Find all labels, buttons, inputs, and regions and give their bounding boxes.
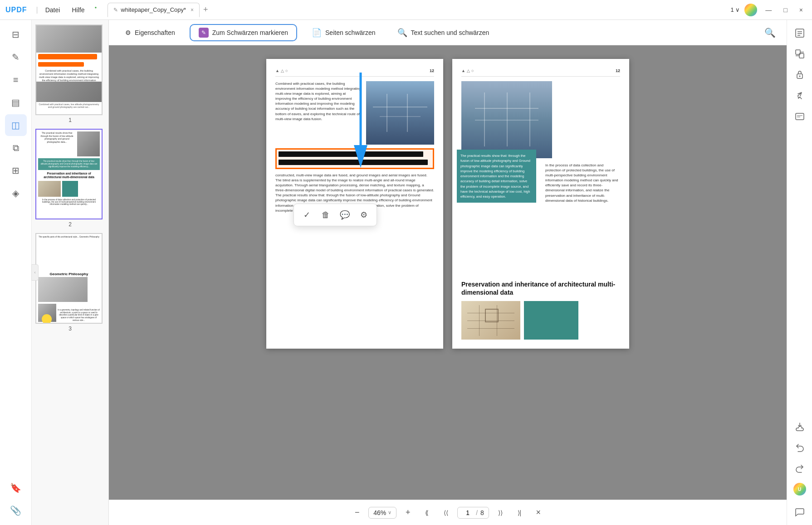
page-heading: Preservation and inheritance of architec… bbox=[461, 280, 620, 297]
properties-btn[interactable]: ⚙ Eigenschaften bbox=[118, 25, 182, 40]
menu-hilfe[interactable]: Hilfe bbox=[70, 5, 86, 15]
sidebar-icon-document-view[interactable]: ⊟ bbox=[5, 24, 27, 45]
mark-redact-icon: ✎ bbox=[199, 28, 209, 38]
minimize-btn[interactable]: — bbox=[762, 5, 775, 15]
svg-rect-2 bbox=[796, 29, 804, 37]
sidebar-icon-bookmark[interactable]: 🔖 bbox=[5, 477, 27, 499]
comment-icon: 💬 bbox=[340, 210, 350, 220]
building-image bbox=[366, 81, 434, 145]
maximize-btn[interactable]: □ bbox=[780, 5, 791, 15]
float-trash-btn[interactable]: 🗑 bbox=[318, 207, 334, 223]
left-sidebar: ⊟ ✎ ≡ ▤ ◫ ⧉ ⊞ ◈ 🔖 📎 ‹ bbox=[0, 20, 32, 525]
thumbnail-label-1: 1 bbox=[35, 117, 105, 123]
thumbnail-1[interactable]: Combined with practical cases, the build… bbox=[35, 24, 105, 123]
zoom-dropdown-icon: ∨ bbox=[388, 510, 391, 515]
zoom-level: 46% bbox=[373, 509, 386, 516]
right-icon-redo[interactable] bbox=[790, 459, 809, 478]
search-redact-icon: 🔍 bbox=[397, 28, 407, 38]
thumbnail-label-3: 3 bbox=[35, 326, 105, 332]
properties-label: Eigenschaften bbox=[135, 29, 175, 36]
search-redact-btn[interactable]: 🔍 Text suchen und schwärzen bbox=[390, 24, 497, 41]
right-icon-convert[interactable] bbox=[790, 44, 809, 63]
thumbnail-img-2: The practical results show that through … bbox=[35, 129, 103, 219]
thumbnail-3[interactable]: The specific parts of this architectural… bbox=[35, 233, 105, 332]
right-icon-brand[interactable]: U bbox=[790, 480, 809, 499]
redact-pages-label: Seiten schwärzen bbox=[325, 29, 376, 36]
sidebar-icon-redact[interactable]: ◫ bbox=[5, 114, 27, 136]
nav-prev-btn[interactable]: ⟨⟨ bbox=[438, 505, 454, 520]
nav-next-btn[interactable]: ⟩⟩ bbox=[493, 505, 508, 520]
thumbnail-label-2: 2 bbox=[35, 221, 105, 228]
right-icon-protect[interactable] bbox=[790, 65, 809, 84]
right-col-text: In the process of data collection and pr… bbox=[545, 163, 620, 204]
settings-icon: ⚙ bbox=[360, 210, 367, 220]
float-settings-btn[interactable]: ⚙ bbox=[356, 207, 372, 223]
page-sep: / bbox=[476, 509, 478, 516]
teal-bottom-rect bbox=[524, 301, 578, 340]
sidebar-icon-attach[interactable]: 📎 bbox=[5, 500, 27, 521]
top-toolbar: ⚙ Eigenschaften ✎ Zum Schwärzen markiere… bbox=[109, 20, 787, 45]
page-header-right: ▲△○ 12 bbox=[461, 68, 620, 77]
active-tab[interactable]: ✎ whitepaper_Copy_Copy* × bbox=[108, 3, 200, 17]
right-page-image bbox=[461, 81, 552, 158]
title-sep: | bbox=[36, 6, 38, 14]
trash-icon: 🗑 bbox=[322, 210, 330, 220]
menu-datei[interactable]: Datei bbox=[44, 5, 62, 15]
redact-bar-1 bbox=[279, 151, 423, 157]
main-layout: ⊟ ✎ ≡ ▤ ◫ ⧉ ⊞ ◈ 🔖 📎 ‹ Combined with prac… bbox=[0, 20, 812, 525]
mark-redact-label: Zum Schwärzen markieren bbox=[212, 29, 288, 36]
page-header-left: ▲△○ 12 bbox=[275, 68, 434, 77]
tab-close-btn[interactable]: × bbox=[191, 7, 194, 13]
properties-icon: ⚙ bbox=[125, 29, 131, 36]
mark-redact-btn[interactable]: ✎ Zum Schwärzen markieren bbox=[190, 24, 297, 41]
zoom-display[interactable]: 46% ∨ bbox=[368, 507, 396, 519]
thumbnail-img-3: The specific parts of this architectural… bbox=[35, 233, 103, 324]
sidebar-icon-ocr[interactable]: ⧉ bbox=[5, 137, 27, 159]
svg-rect-12 bbox=[796, 113, 804, 120]
right-icon-share[interactable] bbox=[790, 86, 809, 105]
thumbnail-panel: Combined with practical cases, the build… bbox=[32, 20, 109, 525]
nav-last-btn[interactable]: ⟩| bbox=[512, 505, 527, 520]
page-icons-left: ▲△○ bbox=[275, 68, 288, 74]
sidebar-icon-copy-page[interactable]: ⊞ bbox=[5, 160, 27, 181]
blueprint-image bbox=[461, 301, 520, 340]
right-icon-sign[interactable] bbox=[790, 107, 809, 126]
search-redact-label: Text suchen und schwärzen bbox=[411, 29, 489, 36]
page-nav-indicator[interactable]: 1 ∨ bbox=[731, 6, 740, 13]
right-sidebar: U bbox=[787, 20, 812, 525]
close-nav-btn[interactable]: × bbox=[531, 505, 546, 520]
sidebar-icon-layers[interactable]: ◈ bbox=[5, 182, 27, 204]
tab-bar: ✎ whitepaper_Copy_Copy* × + bbox=[108, 3, 727, 17]
zoom-out-btn[interactable]: − bbox=[349, 505, 365, 520]
svg-point-11 bbox=[799, 76, 800, 77]
tab-doc-icon: ✎ bbox=[113, 7, 118, 13]
close-btn[interactable]: × bbox=[796, 5, 807, 15]
geo-title: Geometric Philosophy bbox=[38, 272, 100, 276]
sidebar-icon-stamp[interactable]: ✎ bbox=[5, 46, 27, 68]
search-btn[interactable]: 🔍 bbox=[763, 25, 778, 40]
right-icon-ocr[interactable] bbox=[790, 24, 809, 43]
sidebar-collapse-handle[interactable]: ‹ bbox=[31, 264, 39, 281]
right-icon-chat[interactable] bbox=[790, 502, 809, 521]
add-tab-btn[interactable]: + bbox=[201, 4, 211, 15]
right-icon-save-cloud[interactable] bbox=[790, 417, 809, 436]
doc-pages: ▲△○ 12 Combined with practical cases, th… bbox=[266, 59, 629, 349]
zoom-in-btn[interactable]: + bbox=[400, 505, 416, 520]
thumbnail-2[interactable]: The practical results show that through … bbox=[35, 129, 105, 228]
float-comment-btn[interactable]: 💬 bbox=[337, 207, 353, 223]
float-toolbar: ✓ 🗑 💬 ⚙ bbox=[293, 204, 377, 226]
check-icon: ✓ bbox=[303, 210, 310, 220]
page-text-1: Combined with practical cases, the build… bbox=[275, 81, 362, 145]
sidebar-icon-list[interactable]: ≡ bbox=[5, 69, 27, 91]
page-number-input[interactable] bbox=[462, 509, 473, 516]
tab-label: whitepaper_Copy_Copy* bbox=[121, 6, 186, 13]
right-icon-undo[interactable] bbox=[790, 438, 809, 457]
redact-pages-btn[interactable]: 📄 Seiten schwärzen bbox=[304, 24, 383, 41]
float-check-btn[interactable]: ✓ bbox=[298, 207, 315, 223]
doc-canvas[interactable]: ▲△○ 12 Combined with practical cases, th… bbox=[109, 45, 787, 500]
nav-first-btn[interactable]: ⟪ bbox=[419, 505, 435, 520]
doc-page-left: ▲△○ 12 Combined with practical cases, th… bbox=[266, 59, 443, 349]
sidebar-icon-text[interactable]: ▤ bbox=[5, 92, 27, 113]
user-avatar[interactable] bbox=[744, 4, 757, 16]
menu-bar: Datei Hilfe ● bbox=[44, 5, 97, 15]
